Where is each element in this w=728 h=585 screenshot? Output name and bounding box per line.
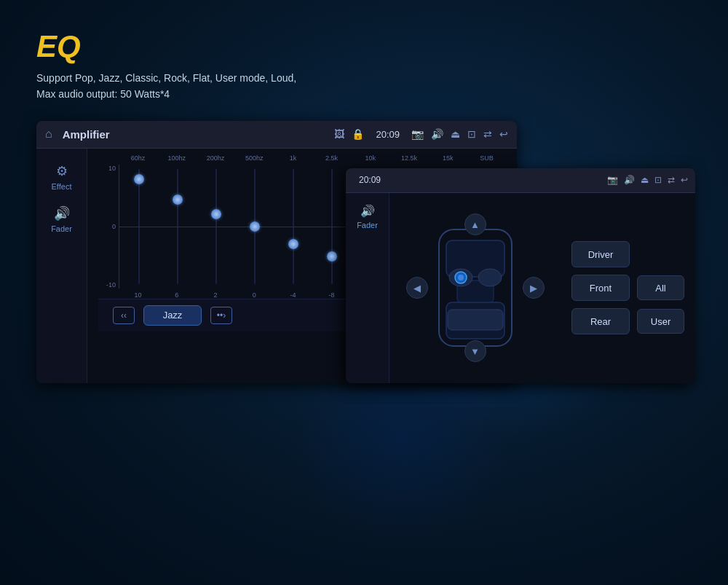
eq-bar-200hz[interactable]	[197, 165, 235, 288]
header-time: 20:09	[376, 129, 400, 140]
fader-camera-icon[interactable]: 📷	[607, 175, 618, 185]
sidebar-item-effect[interactable]: ⚙ Effect	[52, 163, 72, 191]
user-button[interactable]: User	[637, 309, 684, 334]
freq-sub: SUB	[467, 154, 506, 162]
rear-button[interactable]: Rear	[571, 308, 630, 334]
fader-display-icon[interactable]: ⊡	[654, 175, 662, 185]
freq-100hz: 100hz	[157, 154, 196, 162]
page-title: EQ	[36, 29, 692, 64]
freq-15k: 15k	[429, 154, 467, 162]
all-button[interactable]: All	[637, 275, 684, 300]
eq-thumb-200hz[interactable]	[211, 209, 221, 219]
fader-sidebar-item[interactable]: 🔊 Fader	[357, 204, 378, 229]
car-arrow-up[interactable]: ▲	[464, 213, 486, 235]
driver-button[interactable]: Driver	[571, 241, 630, 267]
fader-sidebar: 🔊 Fader	[346, 193, 389, 383]
fader-label: Fader	[51, 224, 72, 233]
eq-bar-100hz[interactable]	[158, 165, 197, 288]
freq-500hz: 500hz	[235, 154, 274, 162]
eq-bar-60hz[interactable]	[119, 165, 158, 288]
eq-thumb-60hz[interactable]	[134, 174, 144, 184]
front-button[interactable]: Front	[571, 275, 630, 301]
eq-thumb-500hz[interactable]	[250, 221, 260, 232]
effect-label: Effect	[52, 182, 72, 191]
eq-sidebar: ⚙ Effect 🔊 Fader	[36, 149, 87, 383]
db-scale: 10 0 -10	[98, 165, 119, 288]
back-icon[interactable]: ↩	[499, 128, 508, 140]
display-icon[interactable]: ⊡	[467, 128, 476, 140]
eq-thumb-100hz[interactable]	[173, 195, 183, 205]
car-arrow-down[interactable]: ▼	[464, 340, 486, 362]
freq-12-5k: 12.5k	[389, 154, 428, 162]
car-diagram: ▲	[417, 208, 534, 368]
svg-rect-8	[448, 310, 503, 330]
car-arrow-left[interactable]: ◀	[406, 277, 428, 299]
fader-eject-icon[interactable]: ⏏	[641, 175, 649, 185]
eq-mode-button[interactable]: Jazz	[143, 305, 202, 326]
svg-point-5	[478, 269, 502, 286]
volume-icon[interactable]: 🔊	[431, 128, 443, 140]
rear-row: Rear User	[571, 308, 684, 334]
fader-speaker-icon: 🔊	[360, 204, 375, 218]
page-description: Support Pop, Jazz, Classic, Rock, Flat, …	[36, 70, 692, 103]
camera-icon[interactable]: 📷	[411, 128, 424, 140]
freq-60hz: 60hz	[119, 154, 157, 162]
screen-header: ⌂ Amplifier 🖼 🔒 20:09 📷 🔊 ⏏ ⊡ ⇄ ↩	[36, 121, 517, 149]
svg-point-7	[458, 275, 464, 280]
sidebar-item-fader[interactable]: 🔊 Fader	[51, 205, 72, 233]
fader-content: 🔊 Fader ▲	[346, 193, 695, 383]
speaker-panel: Driver Front All Rear User	[561, 193, 695, 383]
fader-time: 20:09	[359, 175, 381, 185]
fader-sidebar-label: Fader	[357, 221, 378, 229]
fader-header: 📷 🔊 ⏏ ⊡ ⇄ ↩ 20:09	[346, 168, 695, 193]
fader-main: ▲	[389, 193, 561, 383]
freq-2-5k: 2.5k	[312, 154, 351, 162]
image-icon[interactable]: 🖼	[334, 128, 344, 140]
eq-thumb-1k[interactable]	[288, 239, 298, 249]
repeat-icon[interactable]: ⇄	[483, 128, 492, 140]
fader-back-icon[interactable]: ↩	[681, 175, 688, 185]
freq-200hz: 200hz	[196, 154, 234, 162]
front-row: Front All	[571, 275, 684, 301]
eject-icon[interactable]: ⏏	[451, 128, 460, 140]
fader-volume-icon[interactable]: 🔊	[624, 175, 635, 185]
home-icon[interactable]: ⌂	[45, 127, 52, 141]
fader-screen: 📷 🔊 ⏏ ⊡ ⇄ ↩ 20:09 🔊 Fader	[346, 168, 695, 383]
screen-title: Amplifier	[63, 128, 328, 141]
eq-next-button[interactable]: ••›	[210, 307, 232, 324]
freq-labels: 60hz 100hz 200hz 500hz 1k 2.5k 10k 12.5k…	[119, 154, 506, 162]
car-arrow-right[interactable]: ▶	[523, 277, 545, 299]
speaker-icon: 🔊	[54, 205, 70, 221]
freq-1k: 1k	[274, 154, 312, 162]
eq-prev-button[interactable]: ‹‹	[113, 307, 135, 324]
lock-icon[interactable]: 🔒	[352, 128, 364, 140]
freq-10k: 10k	[351, 154, 389, 162]
eq-bar-1k[interactable]	[274, 165, 312, 288]
driver-row: Driver	[571, 241, 684, 267]
fader-repeat-icon[interactable]: ⇄	[668, 175, 675, 185]
eq-bar-500hz[interactable]	[235, 165, 274, 288]
sliders-icon: ⚙	[56, 163, 68, 179]
eq-thumb-2-5k[interactable]	[327, 251, 337, 262]
